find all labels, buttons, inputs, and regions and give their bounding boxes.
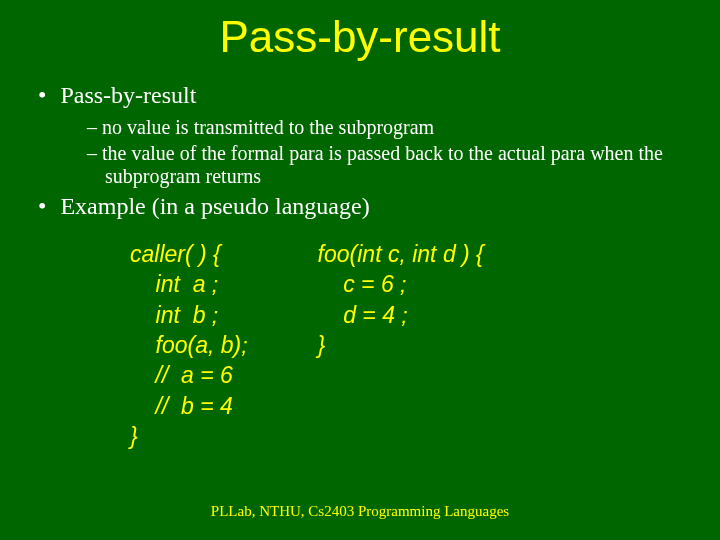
bullet-level1: Pass-by-result: [60, 80, 670, 110]
slide-footer: PLLab, NTHU, Cs2403 Programming Language…: [0, 503, 720, 520]
bullet-level1: Example (in a pseudo language): [60, 191, 670, 221]
bullet-level2: the value of the formal para is passed b…: [105, 142, 670, 189]
bullet-level2: no value is transmitted to the subprogra…: [105, 116, 670, 140]
code-block-caller: caller( ) { int a ; int b ; foo(a, b); /…: [130, 239, 248, 452]
slide-title: Pass-by-result: [50, 12, 670, 62]
code-example-row: caller( ) { int a ; int b ; foo(a, b); /…: [130, 239, 670, 452]
code-block-foo: foo(int c, int d ) { c = 6 ; d = 4 ; }: [318, 239, 484, 452]
slide: Pass-by-result Pass-by-result no value i…: [0, 0, 720, 540]
